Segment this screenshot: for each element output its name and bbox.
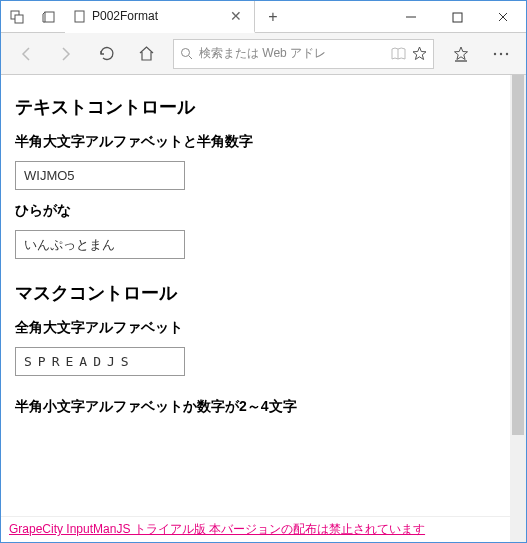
- svg-point-8: [182, 49, 190, 57]
- heading-text-control: テキストコントロール: [15, 95, 512, 119]
- svg-rect-1: [15, 15, 23, 23]
- tab-title: P002Format: [92, 9, 220, 23]
- titlebar-left: [1, 1, 65, 32]
- svg-point-13: [506, 52, 508, 54]
- label-hiragana: ひらがな: [15, 202, 512, 220]
- label-fullwidth-upper: 全角大文字アルファベット: [15, 319, 512, 337]
- address-bar[interactable]: 検索または Web アドレ: [173, 39, 434, 69]
- browser-toolbar: 検索または Web アドレ: [1, 33, 526, 75]
- more-button[interactable]: [482, 36, 520, 72]
- trial-footer: GrapeCity InputManJS トライアル版 本バージョンの配布は禁止…: [1, 516, 510, 542]
- trial-link[interactable]: GrapeCity InputManJS トライアル版 本バージョンの配布は禁止…: [9, 522, 425, 536]
- favorites-hub-button[interactable]: [442, 36, 480, 72]
- input-fullwidth-upper[interactable]: [15, 347, 185, 376]
- svg-rect-3: [75, 11, 84, 22]
- vertical-scrollbar[interactable]: [510, 75, 526, 542]
- search-icon: [180, 47, 193, 60]
- browser-tab[interactable]: P002Format ✕: [65, 1, 255, 33]
- page-content: テキストコントロール 半角大文字アルファベットと半角数字 ひらがな マスクコント…: [1, 75, 526, 466]
- window-close-button[interactable]: [480, 1, 526, 33]
- svg-rect-5: [453, 13, 462, 22]
- forward-button[interactable]: [47, 36, 85, 72]
- favorite-icon[interactable]: [412, 46, 427, 61]
- titlebar-spacer: [291, 1, 388, 32]
- window-controls: [388, 1, 526, 32]
- tab-close-icon[interactable]: ✕: [226, 8, 246, 24]
- input-alpha-upper-num[interactable]: [15, 161, 185, 190]
- svg-point-12: [500, 52, 502, 54]
- svg-line-9: [189, 56, 192, 59]
- minimize-button[interactable]: [388, 1, 434, 33]
- recent-activity-icon[interactable]: [1, 1, 33, 33]
- input-hiragana[interactable]: [15, 230, 185, 259]
- heading-mask-control: マスクコントロール: [15, 281, 512, 305]
- refresh-button[interactable]: [87, 36, 125, 72]
- back-button[interactable]: [7, 36, 45, 72]
- set-aside-icon[interactable]: [33, 1, 65, 33]
- page-viewport: テキストコントロール 半角大文字アルファベットと半角数字 ひらがな マスクコント…: [1, 75, 526, 542]
- address-placeholder: 検索または Web アドレ: [199, 45, 385, 62]
- label-alpha-upper-num: 半角大文字アルファベットと半角数字: [15, 133, 512, 151]
- maximize-button[interactable]: [434, 1, 480, 33]
- window-titlebar: P002Format ✕ +: [1, 1, 526, 33]
- home-button[interactable]: [127, 36, 165, 72]
- new-tab-button[interactable]: +: [255, 1, 291, 32]
- svg-point-11: [494, 52, 496, 54]
- scroll-thumb[interactable]: [512, 75, 524, 435]
- svg-rect-2: [45, 12, 54, 22]
- document-icon: [73, 10, 86, 23]
- reading-view-icon[interactable]: [391, 47, 406, 60]
- label-lower-or-digit-2-4: 半角小文字アルファベットか数字が2～4文字: [15, 398, 512, 416]
